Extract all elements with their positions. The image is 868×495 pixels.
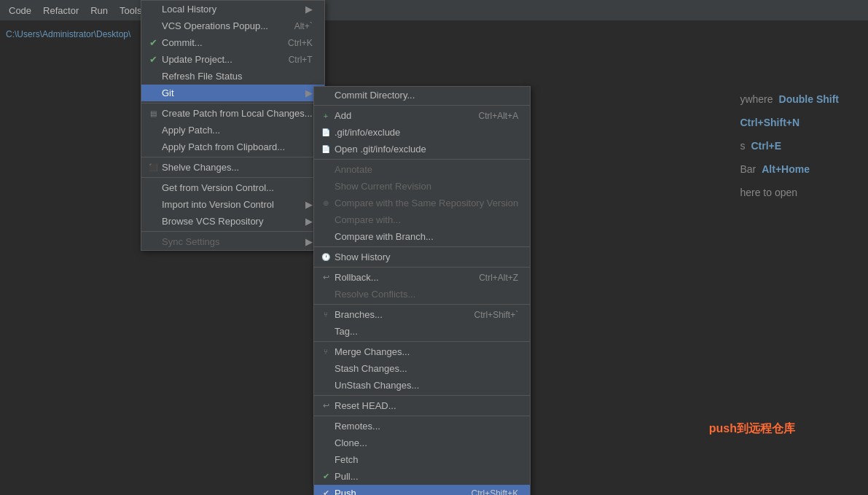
shortcut-text-4: Bar <box>740 163 756 175</box>
git-compare-same[interactable]: ⊕ Compare with the Same Repository Versi… <box>314 195 530 211</box>
menu-browse-vcs[interactable]: Browse VCS Repository ▶ <box>141 213 324 230</box>
stash-label: Stash Changes... <box>335 363 518 374</box>
browse-vcs-arrow: ▶ <box>305 216 313 227</box>
rollback-shortcut: Ctrl+Alt+Z <box>479 273 518 283</box>
menu-apply-patch[interactable]: Apply Patch... <box>141 122 324 139</box>
push-label: Push... <box>335 488 456 495</box>
annotate-label: Annotate <box>335 164 518 175</box>
git-add-label: Add <box>335 110 464 121</box>
rollback-label: Rollback... <box>335 272 464 283</box>
shortcut-text-3: s <box>740 140 745 152</box>
separator-4 <box>141 231 324 232</box>
git-sep-4 <box>314 304 530 305</box>
gitinfo-icon: 📄 <box>320 128 332 136</box>
open-gitinfo-icon: 📄 <box>320 145 332 153</box>
patch-icon: ▤ <box>147 109 159 117</box>
shelve-icon: ⬛ <box>147 163 159 171</box>
compare-with-label: Compare with... <box>335 214 518 225</box>
chinese-hint: push到远程仓库 <box>709 421 795 437</box>
get-vcs-label: Get from Version Control... <box>162 182 313 193</box>
fetch-label: Fetch <box>335 454 518 465</box>
create-patch-label: Create Patch from Local Changes... <box>162 108 313 119</box>
git-annotate[interactable]: Annotate <box>314 161 530 178</box>
menu-update-project[interactable]: ✔ Update Project... Ctrl+T <box>141 51 324 68</box>
show-current-label: Show Current Revision <box>335 181 518 192</box>
git-remotes[interactable]: Remotes... <box>314 418 530 434</box>
git-sep-1 <box>314 159 530 160</box>
shortcut-text-1: ywhere <box>740 93 773 105</box>
pull-icon: ✔ <box>320 472 332 481</box>
pull-label: Pull... <box>335 471 518 482</box>
sync-arrow: ▶ <box>305 236 313 247</box>
git-stash[interactable]: Stash Changes... <box>314 360 530 377</box>
unstash-label: UnStash Changes... <box>335 380 518 391</box>
git-sep-5 <box>314 341 530 342</box>
commit-label: Commit... <box>162 37 273 48</box>
shortcut-row-2: Ctrl+Shift+N <box>740 117 839 128</box>
git-compare-branch[interactable]: Compare with Branch... <box>314 228 530 245</box>
git-push[interactable]: ✔ Push... Ctrl+Shift+K <box>314 485 530 495</box>
git-unstash[interactable]: UnStash Changes... <box>314 377 530 394</box>
git-submenu: Commit Directory... + Add Ctrl+Alt+A 📄 .… <box>313 86 531 495</box>
browse-vcs-label: Browse VCS Repository <box>162 216 300 227</box>
update-shortcut: Ctrl+T <box>289 55 313 65</box>
open-gitinfo-label: Open .git/info/exclude <box>335 144 518 155</box>
git-clone[interactable]: Clone... <box>314 434 530 451</box>
gitinfo-label: .git/info/exclude <box>335 127 518 138</box>
menu-refactor[interactable]: Refactor <box>37 2 85 19</box>
git-tag[interactable]: Tag... <box>314 323 530 340</box>
git-rollback[interactable]: ↩ Rollback... Ctrl+Alt+Z <box>314 269 530 286</box>
commit-dir-label: Commit Directory... <box>335 90 518 101</box>
menu-apply-patch-clipboard[interactable]: Apply Patch from Clipboard... <box>141 139 324 155</box>
show-history-label: Show History <box>335 252 518 262</box>
menu-run[interactable]: Run <box>85 2 114 19</box>
shortcut-row-1: ywhere Double Shift <box>740 93 839 105</box>
shortcuts-panel: ywhere Double Shift Ctrl+Shift+N s Ctrl+… <box>711 79 868 213</box>
vcs-ops-label: VCS Operations Popup... <box>162 20 280 31</box>
menu-import-vcs[interactable]: Import into Version Control ▶ <box>141 196 324 213</box>
menu-local-history[interactable]: Local History ▶ <box>141 1 324 17</box>
menu-git[interactable]: Git ▶ <box>141 85 324 101</box>
shortcut-row-3: s Ctrl+E <box>740 140 839 152</box>
shortcut-key-2: Ctrl+Shift+N <box>740 117 799 128</box>
menu-vcs-ops[interactable]: VCS Operations Popup... Alt+` <box>141 17 324 34</box>
sync-label: Sync Settings <box>162 236 300 247</box>
push-shortcut: Ctrl+Shift+K <box>471 488 518 496</box>
menu-code[interactable]: Code <box>3 2 37 19</box>
git-show-history[interactable]: 🕐 Show History <box>314 249 530 265</box>
git-sep-2 <box>314 246 530 247</box>
menu-refresh[interactable]: Refresh File Status <box>141 68 324 85</box>
git-fetch[interactable]: Fetch <box>314 451 530 468</box>
git-sep-6 <box>314 395 530 396</box>
branches-label: Branches... <box>335 309 460 320</box>
shortcut-key-4: Alt+Home <box>762 163 810 175</box>
git-gitinfo[interactable]: 📄 .git/info/exclude <box>314 124 530 141</box>
branches-shortcut: Ctrl+Shift+` <box>474 310 519 320</box>
git-arrow: ▶ <box>305 87 313 98</box>
commit-check-icon: ✔ <box>147 37 159 48</box>
resolve-label: Resolve Conflicts... <box>335 289 518 300</box>
push-icon: ✔ <box>320 488 332 495</box>
git-commit-dir[interactable]: Commit Directory... <box>314 87 530 104</box>
git-add[interactable]: + Add Ctrl+Alt+A <box>314 107 530 124</box>
menu-create-patch[interactable]: ▤ Create Patch from Local Changes... <box>141 105 324 122</box>
git-compare-with[interactable]: Compare with... <box>314 211 530 228</box>
menu-get-vcs[interactable]: Get from Version Control... <box>141 179 324 196</box>
menu-sync-settings[interactable]: Sync Settings ▶ <box>141 233 324 250</box>
git-pull[interactable]: ✔ Pull... <box>314 468 530 485</box>
menu-commit[interactable]: ✔ Commit... Ctrl+K <box>141 34 324 51</box>
menu-shelve[interactable]: ⬛ Shelve Changes... <box>141 159 324 176</box>
git-show-current[interactable]: Show Current Revision <box>314 178 530 195</box>
shelve-label: Shelve Changes... <box>162 162 313 173</box>
history-icon: 🕐 <box>320 253 332 261</box>
shortcut-key-1: Double Shift <box>779 93 839 105</box>
merge-label: Merge Changes... <box>335 346 518 357</box>
git-sep-0 <box>314 105 530 106</box>
git-reset-head[interactable]: ↩ Reset HEAD... <box>314 397 530 414</box>
git-resolve-conflicts[interactable]: Resolve Conflicts... <box>314 286 530 303</box>
git-merge[interactable]: ⑂ Merge Changes... <box>314 343 530 360</box>
git-branches[interactable]: ⑂ Branches... Ctrl+Shift+` <box>314 306 530 323</box>
git-open-gitinfo[interactable]: 📄 Open .git/info/exclude <box>314 141 530 157</box>
menu-bar: Code Refactor Run Tools VCS Window Help <box>0 0 868 20</box>
compare-same-icon: ⊕ <box>320 199 332 207</box>
